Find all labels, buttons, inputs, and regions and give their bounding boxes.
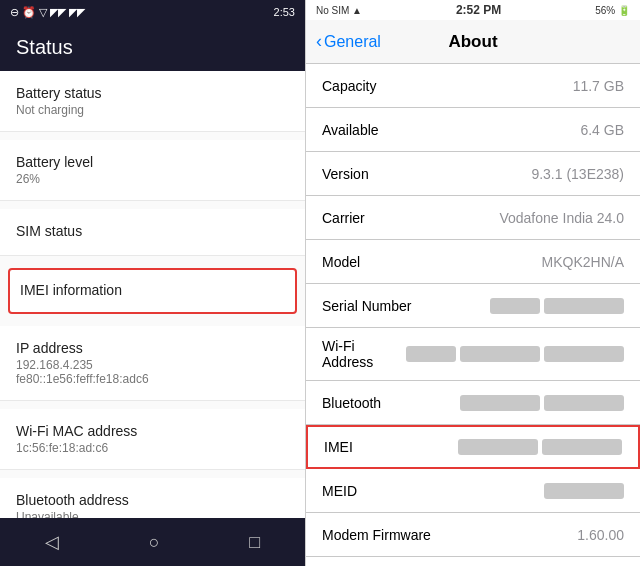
model-value: MKQK2HN/A: [542, 254, 624, 270]
imei-value-group: [458, 439, 622, 455]
wifi-blur0: [406, 346, 456, 362]
imei-info-label: IMEI information: [20, 282, 285, 298]
ios-nav-bar: ‹ General About: [306, 20, 640, 64]
meid-value-group: [544, 483, 624, 499]
battery-level-item[interactable]: Battery level 26%: [0, 140, 305, 201]
model-label: Model: [322, 254, 360, 270]
battery-status-value: Not charging: [16, 103, 289, 117]
modem-firmware-row[interactable]: Modem Firmware 1.60.00: [306, 513, 640, 557]
ios-status-bar: No SIM ▲ 2:52 PM 56% 🔋: [306, 0, 640, 20]
android-time: 2:53: [274, 6, 295, 18]
modem-firmware-value: 1.60.00: [577, 527, 624, 543]
android-panel: ⊖ ⏰ ▽ ◤◤ ◤◤ 2:53 Status Battery status N…: [0, 0, 305, 566]
bt-blur2: [544, 395, 624, 411]
back-label: General: [324, 33, 381, 51]
wifi-blur1: [460, 346, 540, 362]
serial-number-value-group: [490, 298, 624, 314]
modem-firmware-label: Modem Firmware: [322, 527, 431, 543]
wifi-mac-item[interactable]: Wi-Fi MAC address 1c:56:fe:18:ad:c6: [0, 409, 305, 470]
ios-panel: No SIM ▲ 2:52 PM 56% 🔋 ‹ General About C…: [305, 0, 640, 566]
android-nav-bar: ◁ ○ □: [0, 518, 305, 566]
ip-address-value: 192.168.4.235fe80::1e56:feff:fe18:adc6: [16, 358, 289, 386]
bt-blur1: [460, 395, 540, 411]
home-icon[interactable]: ○: [149, 532, 160, 553]
ip-address-item[interactable]: IP address 192.168.4.235fe80::1e56:feff:…: [0, 326, 305, 401]
wifi-mac-label: Wi-Fi MAC address: [16, 423, 289, 439]
carrier-label: Carrier: [322, 210, 365, 226]
meid-blur1: [544, 483, 624, 499]
version-row[interactable]: Version 9.3.1 (13E238): [306, 152, 640, 196]
bluetooth-address-label: Bluetooth address: [16, 492, 289, 508]
android-status-bar: ⊖ ⏰ ▽ ◤◤ ◤◤ 2:53: [0, 0, 305, 24]
wifi-address-label: Wi-Fi Address: [322, 338, 406, 370]
available-label: Available: [322, 122, 379, 138]
carrier-row[interactable]: Carrier Vodafone India 24.0: [306, 196, 640, 240]
imei-blur1: [458, 439, 538, 455]
meid-row[interactable]: MEID: [306, 469, 640, 513]
sim-status-label: SIM status: [16, 223, 289, 239]
ios-signal-status: No SIM ▲: [316, 5, 362, 16]
sim-status-item[interactable]: SIM status: [0, 209, 305, 256]
carrier-value: Vodafone India 24.0: [499, 210, 624, 226]
ios-time: 2:52 PM: [456, 3, 501, 17]
wifi-blur2: [544, 346, 624, 362]
ios-nav-title: About: [448, 32, 497, 52]
imei-info-item[interactable]: IMEI information: [8, 268, 297, 314]
chevron-left-icon: ‹: [316, 31, 322, 52]
serial-number-row[interactable]: Serial Number: [306, 284, 640, 328]
seid-row[interactable]: SEID ›: [306, 557, 640, 566]
ios-content: Capacity 11.7 GB Available 6.4 GB Versio…: [306, 64, 640, 566]
available-row[interactable]: Available 6.4 GB: [306, 108, 640, 152]
serial-number-label: Serial Number: [322, 298, 411, 314]
wifi-address-row[interactable]: Wi-Fi Address: [306, 328, 640, 381]
ios-table: Capacity 11.7 GB Available 6.4 GB Versio…: [306, 64, 640, 566]
wifi-mac-value: 1c:56:fe:18:ad:c6: [16, 441, 289, 455]
bluetooth-value-group: [460, 395, 624, 411]
bluetooth-address-item[interactable]: Bluetooth address Unavailable: [0, 478, 305, 518]
android-status-icons: ⊖ ⏰ ▽ ◤◤ ◤◤: [10, 6, 85, 19]
back-icon[interactable]: ◁: [45, 531, 59, 553]
android-content: Battery status Not charging Battery leve…: [0, 71, 305, 518]
available-value: 6.4 GB: [580, 122, 624, 138]
serial-number-blur2: [544, 298, 624, 314]
meid-label: MEID: [322, 483, 357, 499]
imei-blur2: [542, 439, 622, 455]
version-value: 9.3.1 (13E238): [531, 166, 624, 182]
ios-battery: 56% 🔋: [595, 5, 630, 16]
capacity-row[interactable]: Capacity 11.7 GB: [306, 64, 640, 108]
battery-level-value: 26%: [16, 172, 289, 186]
recent-icon[interactable]: □: [249, 532, 260, 553]
wifi-address-value-group: [406, 346, 624, 362]
bluetooth-address-value: Unavailable: [16, 510, 289, 518]
capacity-label: Capacity: [322, 78, 376, 94]
ios-back-button[interactable]: ‹ General: [316, 31, 381, 52]
model-row[interactable]: Model MKQK2HN/A: [306, 240, 640, 284]
ip-address-label: IP address: [16, 340, 289, 356]
battery-status-item[interactable]: Battery status Not charging: [0, 71, 305, 132]
imei-row[interactable]: IMEI: [306, 425, 640, 469]
serial-number-blur1: [490, 298, 540, 314]
battery-status-label: Battery status: [16, 85, 289, 101]
bluetooth-label: Bluetooth: [322, 395, 381, 411]
bluetooth-row[interactable]: Bluetooth: [306, 381, 640, 425]
version-label: Version: [322, 166, 369, 182]
android-header: Status: [0, 24, 305, 71]
battery-level-label: Battery level: [16, 154, 289, 170]
capacity-value: 11.7 GB: [573, 78, 624, 94]
imei-label: IMEI: [324, 439, 353, 455]
